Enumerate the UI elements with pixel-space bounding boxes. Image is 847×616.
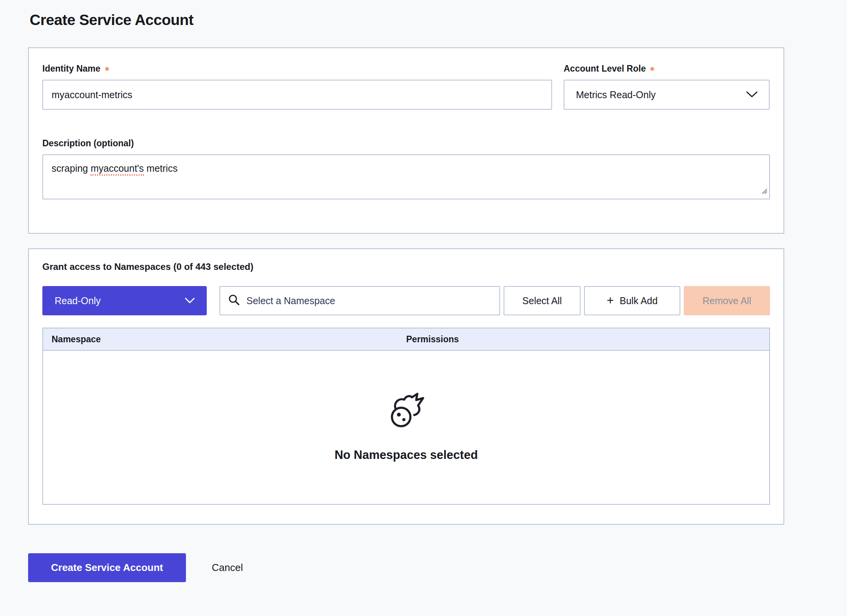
account-level-role-select[interactable]: Metrics Read-Only bbox=[564, 80, 770, 110]
namespace-search[interactable] bbox=[219, 286, 500, 315]
identity-name-label-text: Identity Name bbox=[42, 64, 100, 74]
grant-namespaces-title: Grant access to Namespaces (0 of 443 sel… bbox=[42, 261, 770, 272]
remove-all-button[interactable]: Remove All bbox=[684, 286, 770, 315]
required-dot-icon bbox=[105, 67, 109, 71]
select-all-label: Select All bbox=[522, 295, 562, 306]
form-actions: Create Service Account Cancel bbox=[28, 553, 243, 582]
description-text-suffix: metrics bbox=[144, 163, 178, 174]
identity-name-label: Identity Name bbox=[42, 64, 552, 74]
empty-state-text: No Namespaces selected bbox=[335, 448, 478, 462]
description-text-prefix: scraping bbox=[52, 163, 90, 174]
remove-all-label: Remove All bbox=[703, 295, 751, 306]
identity-name-input[interactable] bbox=[42, 80, 552, 110]
page-title: Create Service Account bbox=[30, 12, 193, 28]
permissions-column-header: Permissions bbox=[406, 334, 769, 345]
account-level-role-label: Account Level Role bbox=[564, 64, 770, 74]
description-label: Description (optional) bbox=[42, 138, 770, 149]
namespaces-table-body: No Namespaces selected bbox=[43, 351, 769, 504]
permission-dropdown-value: Read-Only bbox=[55, 295, 101, 306]
comet-icon bbox=[387, 393, 425, 433]
namespace-search-input[interactable] bbox=[246, 287, 492, 315]
namespaces-table: Namespace Permissions No Namespaces sele… bbox=[42, 328, 770, 505]
plus-icon: + bbox=[607, 294, 614, 306]
bulk-add-button[interactable]: + Bulk Add bbox=[584, 286, 680, 315]
description-misspelled-word: myaccount's bbox=[90, 163, 144, 176]
required-dot-icon bbox=[650, 67, 654, 71]
namespaces-table-header: Namespace Permissions bbox=[43, 328, 769, 351]
cancel-button[interactable]: Cancel bbox=[212, 562, 243, 574]
search-icon bbox=[228, 294, 240, 308]
create-service-account-button[interactable]: Create Service Account bbox=[28, 553, 186, 582]
service-account-details-card: Identity Name Account Level Role Metrics… bbox=[28, 47, 784, 234]
chevron-down-icon bbox=[746, 89, 758, 100]
resize-handle-icon[interactable] bbox=[760, 185, 768, 198]
description-label-text: Description (optional) bbox=[42, 138, 134, 149]
account-level-role-label-text: Account Level Role bbox=[564, 64, 646, 74]
bulk-add-label: Bulk Add bbox=[620, 295, 658, 306]
namespace-column-header: Namespace bbox=[43, 334, 406, 345]
grant-namespaces-card: Grant access to Namespaces (0 of 443 sel… bbox=[28, 248, 784, 525]
permission-dropdown[interactable]: Read-Only bbox=[42, 286, 207, 315]
chevron-down-icon bbox=[184, 295, 195, 306]
account-level-role-value: Metrics Read-Only bbox=[576, 89, 656, 100]
description-textarea[interactable]: scraping myaccount's metrics bbox=[42, 154, 770, 199]
select-all-button[interactable]: Select All bbox=[504, 286, 581, 315]
namespaces-toolbar: Read-Only Select All + Bulk Add Remove A… bbox=[42, 286, 770, 315]
